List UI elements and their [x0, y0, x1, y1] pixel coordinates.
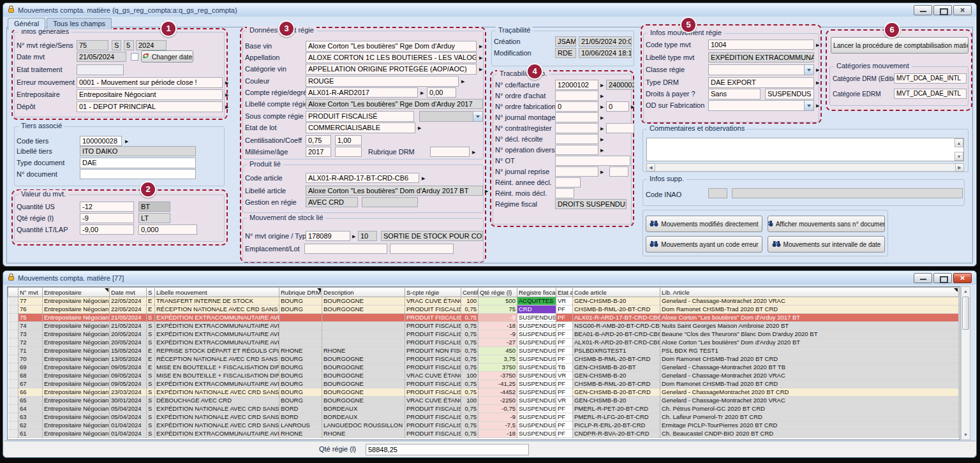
journal-reprise-2-field[interactable] [609, 166, 628, 177]
od-fabrication-select[interactable] [708, 100, 814, 111]
table-cell[interactable]: 0,75 [461, 388, 479, 397]
table-cell[interactable]: PF [556, 380, 573, 388]
table-cell[interactable]: VRAC CUVE ÉTANC [405, 297, 461, 305]
table-cell[interactable]: GEN-CHSMB-B-20-BT [573, 364, 660, 372]
table-cell[interactable]: -18 [479, 430, 517, 438]
table-cell[interactable]: BOURGOGNE [322, 372, 405, 380]
operation-diverse-field[interactable] [555, 145, 598, 155]
quantite-lap-field[interactable]: 0,000 [138, 224, 197, 235]
scroll-down-icon[interactable]: ▼ [961, 430, 970, 439]
table-cell[interactable]: 01/04/2024 [110, 430, 147, 438]
table-cell[interactable]: 0,75 [461, 355, 479, 364]
table-cell[interactable]: SUSPENDUS [517, 347, 556, 355]
table-cell[interactable]: -18 [479, 322, 517, 330]
table-cell[interactable]: Genelard - ChassageMontrachet 2020 BT CR… [660, 388, 959, 397]
detail-arrow-icon[interactable] [472, 149, 475, 156]
table-cell[interactable]: 0,75 [461, 405, 479, 413]
row-selector[interactable] [8, 305, 19, 314]
col-header[interactable]: Lib. Article [660, 288, 959, 297]
ordre-achat-field[interactable] [555, 91, 598, 101]
table-cell[interactable]: 0,75 [461, 347, 479, 355]
table-cell[interactable]: EXPÉDITION EXTRACOMMUNAUTAIRE AVEC DAE [155, 322, 279, 330]
table-cell[interactable]: 0,75 [461, 430, 479, 438]
table-cell[interactable]: PF [556, 430, 573, 438]
table-cell[interactable]: 0,75 [461, 330, 479, 339]
table-cell[interactable]: PF [556, 314, 573, 322]
table-cell[interactable]: PMERL-R-PET-20-BT-CRD [573, 405, 660, 413]
etat-traitement-select[interactable] [77, 64, 124, 75]
reint-annee-field[interactable] [555, 177, 581, 187]
table-cell[interactable]: CHSMB-B-RML-20-BT-CRD [573, 380, 660, 388]
row-selector[interactable] [8, 372, 19, 380]
lot-field[interactable] [390, 244, 454, 254]
table-cell[interactable]: PRODUIT FISCALIS [405, 330, 461, 339]
categorie-drm-field[interactable]: MVT_DCA_DAE_INTL [894, 73, 967, 84]
table-cell[interactable]: DÉBOUCHAGE AVEC CRD [155, 397, 279, 405]
table-cell[interactable]: BOURG [279, 355, 322, 364]
table-cell[interactable]: 61 [19, 430, 43, 438]
row-selector[interactable] [8, 322, 19, 330]
table-cell[interactable]: 22/05/2024 [110, 305, 147, 314]
table-row[interactable]: 73Entrepositaire Négociant20/05/2024SEXP… [8, 330, 959, 339]
table-cell[interactable]: S [147, 405, 155, 413]
row-selector[interactable] [8, 314, 19, 322]
table-cell[interactable]: CNDPR-R-BVA-20-BT-CRD [573, 430, 660, 438]
table-cell[interactable]: Entrepositaire Négociant [43, 380, 110, 388]
row-selector[interactable] [8, 355, 19, 364]
table-cell[interactable]: PRODUIT FISCALIS [405, 405, 461, 413]
table-cell[interactable]: S [147, 413, 155, 422]
detail-arrow-icon[interactable] [225, 104, 228, 110]
detail-arrow-icon[interactable] [418, 125, 421, 131]
title-bar[interactable]: Mouvements compta. matière [77] [3, 271, 976, 284]
appellation-select[interactable]: ALOXE CORTON 1C LES BOUTIERES - LES VALO… [306, 52, 477, 63]
table-cell[interactable]: PF [556, 347, 573, 355]
col-header[interactable]: Centil. [461, 288, 479, 297]
table-cell[interactable]: Aloxe Corton "Les boutières" Dom d'Arduy… [660, 314, 959, 322]
table-cell[interactable]: ACQUITTES [517, 297, 556, 305]
table-cell[interactable]: RÉCEPTION NATIONALE AVEC CRD SANS DAE [155, 355, 279, 364]
table-cell[interactable]: 100 [461, 372, 479, 380]
table-cell[interactable]: Entrepositaire Négociant [43, 305, 110, 314]
table-row[interactable]: 64Entrepositaire Négociant05/04/2024SEXP… [8, 405, 959, 413]
table-cell[interactable]: SUSPENDUS [517, 372, 556, 380]
scroll-right-icon[interactable]: ▶ [955, 163, 964, 172]
detail-arrow-icon[interactable] [225, 92, 228, 98]
table-cell[interactable]: 67 [19, 380, 43, 388]
table-cell[interactable]: BEA01-B-ARD-20-BT-CRD-CB6 [573, 330, 660, 339]
table-cell[interactable]: S [147, 372, 155, 380]
table-cell[interactable] [279, 339, 322, 347]
vertical-scrollbar[interactable]: ▲ ▼ [961, 286, 970, 440]
table-cell[interactable]: ALX01-R-ARD-20-BT-CRD-CB6 [573, 339, 660, 347]
table-cell[interactable]: PF [556, 422, 573, 430]
changer-date-button[interactable]: Changer date [141, 50, 193, 62]
maximize-button[interactable] [933, 5, 952, 15]
table-cell[interactable]: Ermitage PICLP-TourPierres 2020 BT CRD [660, 422, 959, 430]
table-cell[interactable]: Entrepositaire Négociant [43, 430, 110, 438]
table-cell[interactable]: S [147, 388, 155, 397]
table-row[interactable]: 72Entrepositaire Négociant20/05/2024SEXP… [8, 339, 959, 347]
table-cell[interactable]: 68 [19, 372, 43, 380]
table-cell[interactable]: 23/03/2024 [110, 388, 147, 397]
table-cell[interactable]: Genelard - Chassage-Montrachet 2020 VRAC [660, 297, 959, 305]
table-cell[interactable]: PF [556, 405, 573, 413]
num-cde-field[interactable]: 12000102 [555, 80, 598, 90]
table-cell[interactable]: 30/01/2024 [110, 397, 147, 405]
table-cell[interactable]: Dom Ramonet CHSMB-Trad 2020 BT CRD [660, 305, 959, 314]
table-cell[interactable]: Entrepositaire Négociant [43, 372, 110, 380]
table-cell[interactable]: 75 [19, 314, 43, 322]
table-cell[interactable]: MISE EN BOUTEILLE + FISCALISATION DIRECT… [155, 364, 279, 372]
table-cell[interactable]: PRODUIT FISCALIS [405, 413, 461, 422]
table-cell[interactable]: E [147, 364, 155, 372]
scroll-left-icon[interactable]: ◀ [646, 163, 655, 172]
table-cell[interactable]: 09/05/2024 [110, 364, 147, 372]
detail-arrow-icon[interactable] [479, 43, 482, 50]
table-cell[interactable]: VR [556, 397, 573, 405]
table-cell[interactable]: PMERL-R-LFG-20-BT-CRD [573, 413, 660, 422]
table-cell[interactable]: 73 [19, 330, 43, 339]
table-cell[interactable]: SUSPENDUS [517, 322, 556, 330]
table-cell[interactable]: SUSPENDUS [517, 405, 556, 413]
table-cell[interactable]: PRODUIT NON FISC [405, 347, 461, 355]
table-row[interactable]: 74Entrepositaire Négociant21/05/2024SEXP… [8, 322, 959, 330]
table-cell[interactable]: Entrepositaire Négociant [43, 364, 110, 372]
table-cell[interactable]: Ch. Lafleur Pomerol-Tr 2020 BT CRD [660, 413, 959, 422]
